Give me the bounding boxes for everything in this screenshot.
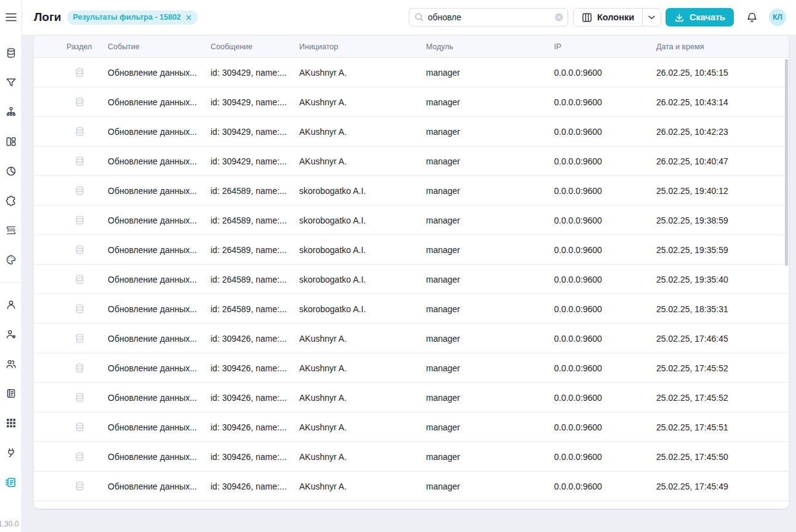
sitemap-icon xyxy=(6,107,17,118)
cell-datetime: 25.02.25, 18:35:31 xyxy=(656,304,789,314)
database-icon xyxy=(74,481,85,491)
cell-datetime: 26.02.25, 10:42:23 xyxy=(656,127,789,137)
cell-event: Обновление данных... xyxy=(108,482,211,491)
sidebar-item-sitemap[interactable] xyxy=(4,105,18,119)
cell-message: id: 264589, name:... xyxy=(211,245,299,255)
search-input[interactable] xyxy=(409,8,568,26)
sidebar-item-database[interactable] xyxy=(4,46,18,60)
cell-datetime: 25.02.25, 19:35:59 xyxy=(656,245,789,255)
table-row[interactable]: Обновление данных... id: 264589, name:..… xyxy=(34,294,789,324)
sidebar-item-logs[interactable] xyxy=(4,475,18,490)
download-button[interactable]: Скачать xyxy=(665,8,734,26)
table-row[interactable]: Обновление данных... id: 264589, name:..… xyxy=(34,176,789,206)
table-row[interactable]: Обновление данных... id: 309429, name:..… xyxy=(34,58,789,87)
cell-section xyxy=(34,156,108,166)
sidebar-item-filter[interactable] xyxy=(4,75,18,90)
table-row[interactable]: Обновление данных... id: 264589, name:..… xyxy=(34,235,789,265)
database-icon xyxy=(74,363,85,373)
sidebar-item-svg[interactable]: SVG xyxy=(4,223,18,238)
database-icon xyxy=(74,451,85,462)
sidebar-item-pie-chart[interactable] xyxy=(4,164,18,179)
cell-module: manager xyxy=(426,452,554,462)
cell-ip: 0.0.0.0:9600 xyxy=(554,127,656,137)
cell-event: Обновление данных... xyxy=(108,275,211,284)
search-icon xyxy=(414,12,424,22)
columns-button[interactable]: Колонки xyxy=(574,9,642,26)
cell-section xyxy=(34,363,108,373)
table-row[interactable]: Обновление данных... id: 309426, name:..… xyxy=(34,353,789,383)
sidebar-item-layout[interactable] xyxy=(4,134,18,149)
table-row[interactable]: Обновление данных... id: 309426, name:..… xyxy=(34,442,789,472)
cell-event: Обновление данных... xyxy=(108,422,211,432)
cell-module: manager xyxy=(426,97,554,107)
table-row[interactable]: Обновление данных... id: 309429, name:..… xyxy=(34,87,789,117)
column-header-module[interactable]: Модуль xyxy=(426,42,554,51)
column-header-ip[interactable]: IP xyxy=(554,42,656,51)
cell-ip: 0.0.0.0:9600 xyxy=(554,304,656,314)
database-icon xyxy=(74,185,85,196)
columns-dropdown-button[interactable] xyxy=(642,9,661,26)
sidebar-item-journal[interactable] xyxy=(4,386,18,401)
cell-event: Обновление данных... xyxy=(108,68,211,78)
cell-datetime: 25.02.25, 19:40:12 xyxy=(656,186,789,196)
sidebar-item-user-settings[interactable] xyxy=(4,327,18,342)
cell-message: id: 264589, name:... xyxy=(211,304,299,314)
cell-event: Обновление данных... xyxy=(108,127,211,137)
cell-module: manager xyxy=(426,127,554,137)
menu-toggle-button[interactable] xyxy=(4,10,18,25)
cell-module: manager xyxy=(426,245,554,255)
table-row[interactable]: Обновление данных... id: 309429, name:..… xyxy=(34,147,789,176)
cell-initiator: AKushnyr A. xyxy=(299,127,426,137)
column-header-message[interactable]: Сообщение xyxy=(211,42,299,51)
users-icon xyxy=(6,358,17,369)
cell-message: id: 309426, name:... xyxy=(211,363,299,373)
download-button-label: Скачать xyxy=(689,12,725,22)
table-scrollbar[interactable] xyxy=(785,59,788,266)
sidebar-item-user[interactable] xyxy=(4,297,18,312)
table-row[interactable]: Обновление данных... id: 264589, name:..… xyxy=(34,265,789,294)
cell-module: manager xyxy=(426,216,554,225)
cell-event: Обновление данных... xyxy=(108,156,211,166)
chip-close-button[interactable] xyxy=(186,15,191,20)
table-row[interactable]: Обновление данных... id: 309429, name:..… xyxy=(34,117,789,147)
cell-message: id: 309426, name:... xyxy=(211,393,299,403)
table-row[interactable]: Обновление данных... id: 309426, name:..… xyxy=(34,324,789,353)
cell-module: manager xyxy=(426,482,554,491)
filter-icon xyxy=(6,77,17,88)
app-screen: SVG xyxy=(0,0,796,532)
sidebar-item-palette[interactable] xyxy=(4,252,18,267)
sidebar-item-apps-grid[interactable] xyxy=(4,416,18,430)
cell-section xyxy=(34,185,108,196)
logs-icon xyxy=(5,477,17,488)
database-icon xyxy=(74,215,85,225)
column-header-initiator[interactable]: Инициатор xyxy=(299,42,426,51)
search-box xyxy=(409,8,568,26)
cell-module: manager xyxy=(426,186,554,196)
sidebar-item-puzzle[interactable] xyxy=(4,193,18,208)
table-row[interactable]: Обновление данных... id: 309426, name:..… xyxy=(34,472,789,501)
cell-ip: 0.0.0.0:9600 xyxy=(554,422,656,432)
column-header-section[interactable]: Раздел xyxy=(34,42,108,51)
table-row[interactable]: Обновление данных... id: 309426, name:..… xyxy=(34,383,789,413)
table-row[interactable]: Обновление данных... id: 309426, name:..… xyxy=(34,413,789,442)
sidebar-item-users[interactable] xyxy=(4,357,18,371)
cell-ip: 0.0.0.0:9600 xyxy=(554,245,656,255)
cell-datetime: 25.02.25, 17:45:50 xyxy=(656,452,789,462)
cell-datetime: 25.02.25, 17:45:52 xyxy=(656,393,789,403)
user-avatar[interactable]: КЛ xyxy=(769,9,786,26)
cell-event: Обновление данных... xyxy=(108,363,211,373)
table-row[interactable]: Обновление данных... id: 264589, name:..… xyxy=(34,206,789,235)
cell-message: id: 264589, name:... xyxy=(211,275,299,284)
cell-message: id: 309426, name:... xyxy=(211,422,299,432)
column-header-event[interactable]: Событие xyxy=(108,42,211,51)
cell-initiator: AKushnyr A. xyxy=(299,363,426,373)
notifications-button[interactable] xyxy=(744,10,759,25)
clear-search-button[interactable] xyxy=(555,13,563,22)
cell-initiator: skorobogatko A.I. xyxy=(299,245,426,255)
sidebar-item-plug[interactable] xyxy=(4,445,18,460)
cell-ip: 0.0.0.0:9600 xyxy=(554,482,656,491)
cell-ip: 0.0.0.0:9600 xyxy=(554,156,656,166)
cell-datetime: 25.02.25, 17:45:51 xyxy=(656,422,789,432)
plug-icon xyxy=(6,447,17,458)
column-header-datetime[interactable]: Дата и время xyxy=(656,42,789,51)
